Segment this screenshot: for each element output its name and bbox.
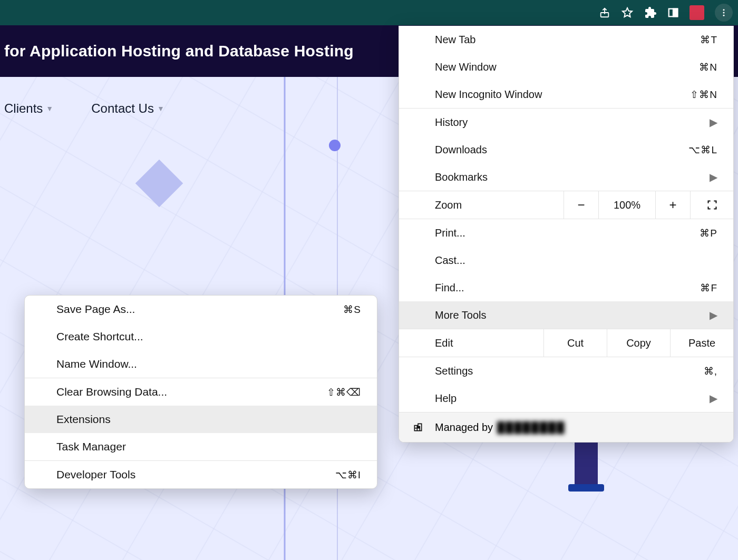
menu-shortcut: ⌘N xyxy=(699,61,717,73)
menu-shortcut: ⌘, xyxy=(704,365,717,377)
zoom-label: Zoom xyxy=(435,199,564,211)
submenu-developer-tools[interactable]: Developer Tools ⌥⌘I xyxy=(25,461,377,488)
submenu-label: Create Shortcut... xyxy=(56,330,143,343)
menu-label: More Tools xyxy=(435,309,486,321)
chrome-menu: New Tab ⌘T New Window ⌘N New Incognito W… xyxy=(399,26,734,443)
menu-cast[interactable]: Cast... xyxy=(399,247,733,274)
menu-more-tools[interactable]: More Tools ▶ xyxy=(399,301,733,329)
svg-point-9 xyxy=(723,9,725,11)
menu-label: Cast... xyxy=(435,254,465,267)
menu-managed-by[interactable]: Managed by ████████ xyxy=(399,412,733,442)
zoom-in-button[interactable]: + xyxy=(655,191,690,219)
caret-down-icon: ▼ xyxy=(157,104,164,113)
menu-settings[interactable]: Settings ⌘, xyxy=(399,357,733,385)
menu-new-window[interactable]: New Window ⌘N xyxy=(399,53,733,81)
submenu-label: Save Page As... xyxy=(56,303,135,316)
menu-shortcut: ⌘T xyxy=(700,34,717,46)
caret-down-icon: ▼ xyxy=(46,104,53,113)
bookmark-star-icon[interactable] xyxy=(621,6,634,19)
managed-by-org: ████████ xyxy=(497,421,565,434)
submenu-label: Clear Browsing Data... xyxy=(56,386,167,398)
plus-icon: + xyxy=(669,198,676,212)
submenu-shortcut: ⇧⌘⌫ xyxy=(327,386,361,398)
menu-label: Print... xyxy=(435,227,465,239)
menu-label: Help xyxy=(435,392,457,405)
menu-label: Settings xyxy=(435,365,473,377)
menu-shortcut: ⌘F xyxy=(700,282,717,294)
chevron-right-icon: ▶ xyxy=(710,309,717,321)
edit-cut-button[interactable]: Cut xyxy=(543,329,607,357)
menu-label: New Tab xyxy=(435,34,475,46)
menu-new-incognito[interactable]: New Incognito Window ⇧⌘N xyxy=(399,81,733,108)
svg-rect-8 xyxy=(673,9,677,17)
menu-label: New Window xyxy=(435,61,497,73)
managed-by-label: Managed by xyxy=(435,421,493,434)
menu-label: Bookmarks xyxy=(435,171,488,183)
page-heading: for Application Hosting and Database Hos… xyxy=(4,42,354,60)
nav-contact[interactable]: Contact Us ▼ xyxy=(91,101,164,116)
menu-print[interactable]: Print... ⌘P xyxy=(399,219,733,247)
menu-shortcut: ⌥⌘L xyxy=(688,144,717,156)
menu-label: New Incognito Window xyxy=(435,89,542,101)
extensions-puzzle-icon[interactable] xyxy=(644,6,657,19)
chrome-menu-button[interactable] xyxy=(715,4,733,22)
submenu-shortcut: ⌘S xyxy=(343,303,361,316)
svg-point-11 xyxy=(723,15,725,16)
submenu-create-shortcut[interactable]: Create Shortcut... xyxy=(25,323,377,350)
submenu-label: Task Manager xyxy=(56,440,126,453)
edit-copy-button[interactable]: Copy xyxy=(607,329,670,357)
menu-label: History xyxy=(435,116,468,129)
menu-bookmarks[interactable]: Bookmarks ▶ xyxy=(399,163,733,191)
submenu-task-manager[interactable]: Task Manager xyxy=(25,433,377,460)
browser-toolbar xyxy=(0,0,738,25)
menu-shortcut: ⇧⌘N xyxy=(690,89,717,101)
submenu-extensions[interactable]: Extensions xyxy=(25,406,377,433)
submenu-label: Developer Tools xyxy=(56,468,135,481)
svg-point-10 xyxy=(723,12,725,14)
fullscreen-button[interactable] xyxy=(690,191,733,219)
nav-clients-label: Clients xyxy=(4,101,43,116)
menu-find[interactable]: Find... ⌘F xyxy=(399,274,733,301)
chevron-right-icon: ▶ xyxy=(710,116,717,129)
submenu-label: Name Window... xyxy=(56,358,137,370)
menu-help[interactable]: Help ▶ xyxy=(399,385,733,412)
menu-label: Downloads xyxy=(435,144,487,156)
submenu-label: Extensions xyxy=(56,413,111,426)
zoom-out-button[interactable]: − xyxy=(564,191,598,219)
edit-label: Edit xyxy=(435,337,543,349)
more-tools-submenu: Save Page As... ⌘S Create Shortcut... Na… xyxy=(24,295,377,489)
nav-contact-label: Contact Us xyxy=(91,101,154,116)
svg-point-4 xyxy=(329,140,341,151)
share-icon[interactable] xyxy=(599,7,610,18)
building-icon xyxy=(413,422,423,433)
menu-label: Find... xyxy=(435,282,464,294)
fullscreen-icon xyxy=(707,200,717,210)
menu-new-tab[interactable]: New Tab ⌘T xyxy=(399,26,733,53)
profile-avatar[interactable] xyxy=(690,5,704,20)
menu-zoom: Zoom − 100% + xyxy=(399,191,733,219)
edit-paste-button[interactable]: Paste xyxy=(670,329,733,357)
nav-clients[interactable]: Clients ▼ xyxy=(4,101,53,116)
zoom-level: 100% xyxy=(598,191,655,219)
panel-icon[interactable] xyxy=(667,7,679,18)
minus-icon: − xyxy=(577,198,585,212)
submenu-name-window[interactable]: Name Window... xyxy=(25,350,377,378)
menu-shortcut: ⌘P xyxy=(700,227,717,239)
submenu-shortcut: ⌥⌘I xyxy=(335,469,361,481)
chevron-right-icon: ▶ xyxy=(710,171,717,183)
submenu-save-page-as[interactable]: Save Page As... ⌘S xyxy=(25,296,377,323)
chevron-right-icon: ▶ xyxy=(710,392,717,405)
menu-downloads[interactable]: Downloads ⌥⌘L xyxy=(399,136,733,163)
submenu-clear-browsing-data[interactable]: Clear Browsing Data... ⇧⌘⌫ xyxy=(25,378,377,406)
menu-edit: Edit Cut Copy Paste xyxy=(399,329,733,357)
menu-history[interactable]: History ▶ xyxy=(399,109,733,136)
